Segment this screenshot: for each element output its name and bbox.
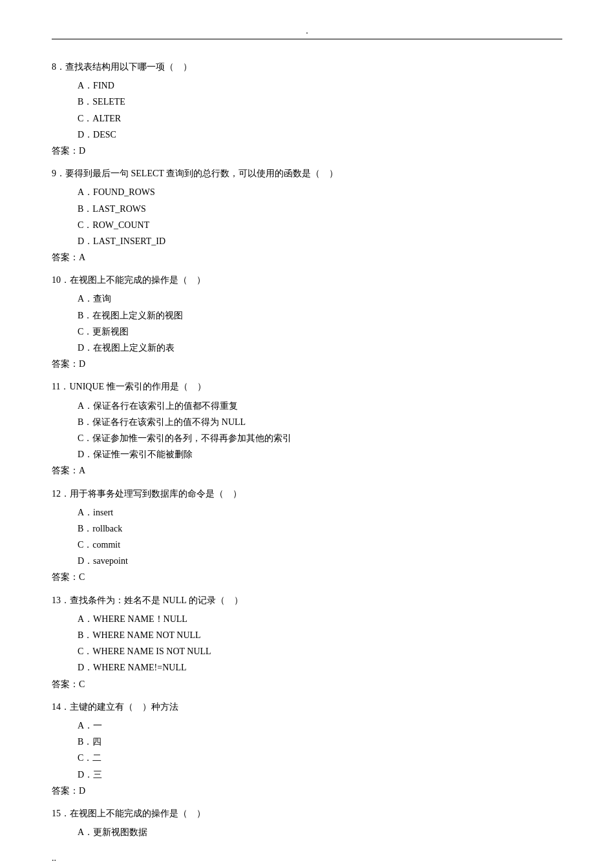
question-8-answer: 答案：D — [52, 143, 562, 159]
question-10-title: 10．在视图上不能完成的操作是（ ） — [52, 272, 562, 288]
question-14-title: 14．主键的建立有（ ）种方法 — [52, 699, 562, 715]
question-15-title: 15．在视图上不能完成的操作是（ ） — [52, 805, 562, 822]
question-13-option-1: B．WHERE NAME NOT NULL — [78, 627, 562, 643]
question-15: 15．在视图上不能完成的操作是（ ）A．更新视图数据 — [52, 805, 562, 840]
question-13-option-3: D．WHERE NAME!=NULL — [78, 659, 562, 676]
question-12: 12．用于将事务处理写到数据库的命令是（ ）A．insertB．rollback… — [52, 486, 562, 586]
question-9-option-3: D．LAST_INSERT_ID — [78, 233, 562, 249]
question-14-option-0: A．一 — [78, 718, 562, 734]
question-14-option-3: D．三 — [78, 767, 562, 783]
question-14-options: A．一B．四C．二D．三 — [78, 718, 562, 783]
question-8-options: A．FINDB．SELETEC．ALTERD．DESC — [78, 78, 562, 143]
question-10-option-0: A．查询 — [78, 291, 562, 307]
question-14: 14．主键的建立有（ ）种方法A．一B．四C．二D．三答案：D — [52, 699, 562, 799]
question-14-option-2: C．二 — [78, 750, 562, 766]
question-12-option-1: B．rollback — [78, 521, 562, 537]
question-9-option-1: B．LAST_ROWS — [78, 201, 562, 217]
question-11-option-3: D．保证惟一索引不能被删除 — [78, 446, 562, 462]
question-11-options: A．保证各行在该索引上的值都不得重复B．保证各行在该索引上的值不得为 NULLC… — [78, 398, 562, 463]
question-12-options: A．insertB．rollbackC．commitD．savepoint — [78, 504, 562, 570]
questions-container: 8．查找表结构用以下哪一项（ ）A．FINDB．SELETEC．ALTERD．D… — [52, 59, 562, 840]
question-10-answer: 答案：D — [52, 356, 562, 372]
question-13-option-2: C．WHERE NAME IS NOT NULL — [78, 643, 562, 659]
question-9-option-0: A．FOUND_ROWS — [78, 184, 562, 200]
question-9-options: A．FOUND_ROWSB．LAST_ROWSC．ROW_COUNTD．LAST… — [78, 184, 562, 249]
header-dot: . — [306, 26, 308, 36]
question-14-answer: 答案：D — [52, 783, 562, 799]
question-10: 10．在视图上不能完成的操作是（ ）A．查询B．在视图上定义新的视图C．更新视图… — [52, 272, 562, 372]
question-9-option-2: C．ROW_COUNT — [78, 217, 562, 233]
header-line: . — [52, 26, 562, 39]
question-12-option-2: C．commit — [78, 537, 562, 553]
question-12-answer: 答案：C — [52, 569, 562, 585]
question-11-option-1: B．保证各行在该索引上的值不得为 NULL — [78, 414, 562, 430]
question-13-answer: 答案：C — [52, 676, 562, 692]
question-11-option-2: C．保证参加惟一索引的各列，不得再参加其他的索引 — [78, 430, 562, 446]
question-11-answer: 答案：A — [52, 462, 562, 479]
question-14-option-1: B．四 — [78, 734, 562, 750]
question-13-option-0: A．WHERE NAME！NULL — [78, 611, 562, 627]
question-11: 11．UNIQUE 惟一索引的作用是（ ）A．保证各行在该索引上的值都不得重复B… — [52, 378, 562, 479]
question-8-option-2: C．ALTER — [78, 110, 562, 127]
question-10-option-2: C．更新视图 — [78, 324, 562, 340]
question-15-options: A．更新视图数据 — [78, 824, 562, 840]
question-8-option-3: D．DESC — [78, 127, 562, 143]
question-13-title: 13．查找条件为：姓名不是 NULL 的记录（ ） — [52, 592, 562, 608]
footer-dots: .. — [52, 853, 562, 863]
question-8-option-0: A．FIND — [78, 78, 562, 94]
question-13-options: A．WHERE NAME！NULLB．WHERE NAME NOT NULLC．… — [78, 611, 562, 676]
question-10-option-3: D．在视图上定义新的表 — [78, 340, 562, 356]
question-8-option-1: B．SELETE — [78, 94, 562, 110]
question-8-title: 8．查找表结构用以下哪一项（ ） — [52, 59, 562, 75]
question-12-option-3: D．savepoint — [78, 553, 562, 569]
question-9-answer: 答案：A — [52, 249, 562, 265]
question-12-title: 12．用于将事务处理写到数据库的命令是（ ） — [52, 486, 562, 502]
question-13: 13．查找条件为：姓名不是 NULL 的记录（ ）A．WHERE NAME！NU… — [52, 592, 562, 692]
question-8: 8．查找表结构用以下哪一项（ ）A．FINDB．SELETEC．ALTERD．D… — [52, 59, 562, 159]
question-10-options: A．查询B．在视图上定义新的视图C．更新视图D．在视图上定义新的表 — [78, 291, 562, 356]
question-9-title: 9．要得到最后一句 SELECT 查询到的总行数，可以使用的函数是（ ） — [52, 165, 562, 181]
question-9: 9．要得到最后一句 SELECT 查询到的总行数，可以使用的函数是（ ）A．FO… — [52, 165, 562, 265]
question-11-option-0: A．保证各行在该索引上的值都不得重复 — [78, 398, 562, 414]
question-12-option-0: A．insert — [78, 504, 562, 521]
question-11-title: 11．UNIQUE 惟一索引的作用是（ ） — [52, 378, 562, 395]
question-10-option-1: B．在视图上定义新的视图 — [78, 307, 562, 324]
question-15-option-0: A．更新视图数据 — [78, 824, 562, 840]
